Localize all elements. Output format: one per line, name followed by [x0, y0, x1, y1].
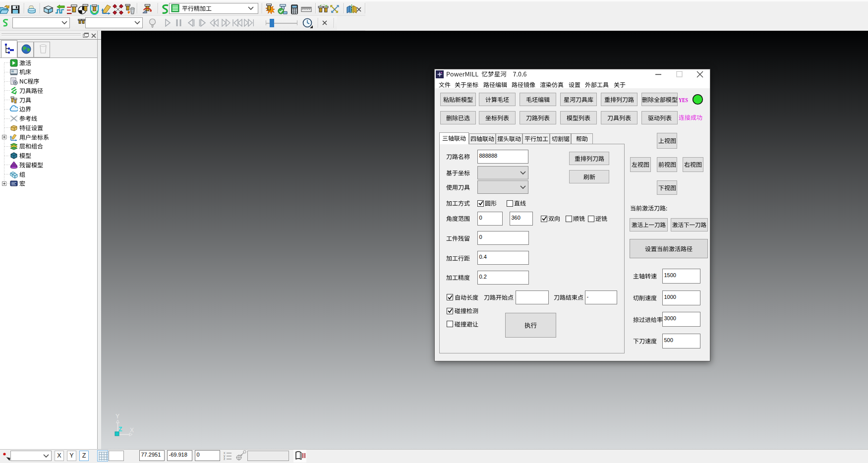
svg-text:Y: Y [116, 413, 119, 420]
svg-text:z: z [224, 457, 225, 461]
svg-text:X: X [130, 427, 134, 434]
